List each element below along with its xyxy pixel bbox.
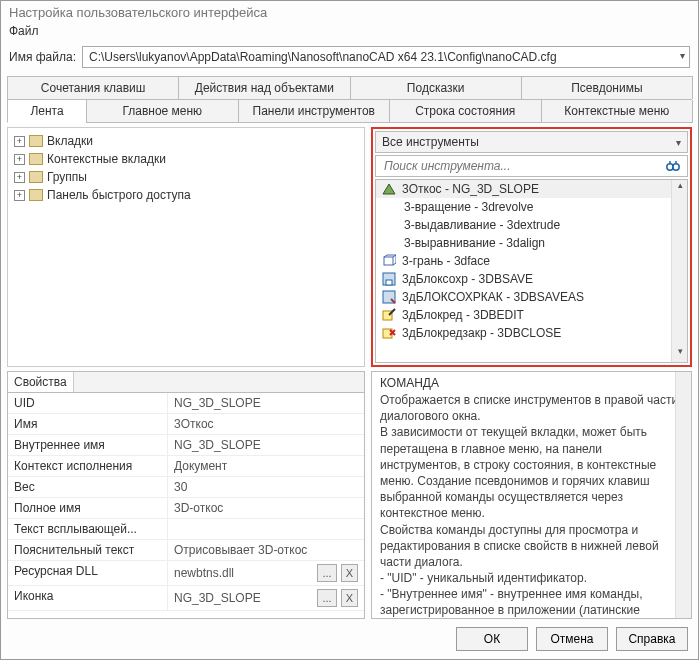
chevron-down-icon: ▾ xyxy=(680,50,685,61)
scroll-up-icon[interactable]: ▴ xyxy=(672,180,688,196)
tree-label: Группы xyxy=(47,170,87,184)
tool-item[interactable]: 3-грань - 3dface xyxy=(376,252,687,270)
menu-bar: Файл xyxy=(1,22,698,44)
scroll-down-icon[interactable]: ▾ xyxy=(672,346,688,362)
folder-icon xyxy=(29,189,43,201)
svg-rect-2 xyxy=(384,257,393,265)
tab-aliases[interactable]: Псевдонимы xyxy=(521,76,693,99)
tree-node-qat[interactable]: + Панель быстрого доступа xyxy=(10,186,362,204)
ribbon-tree: + Вкладки + Контекстные вкладки + Группы… xyxy=(7,127,365,367)
prop-row-fullname[interactable]: Полное имя3D-откос xyxy=(8,498,364,519)
tree-label: Вкладки xyxy=(47,134,93,148)
tool-item[interactable]: 3дБлокред - 3DBEDIT xyxy=(376,306,687,324)
prop-row-explanation[interactable]: Пояснительный текстОтрисовывает 3D-откос xyxy=(8,540,364,561)
help-text: Отображается в списке инструментов в пра… xyxy=(380,392,683,619)
tools-list: 3Откос - NG_3D_SLOPE 3-вращение - 3drevo… xyxy=(375,179,688,363)
tool-label: 3-выравнивание - 3dalign xyxy=(404,236,545,250)
block-edit-icon xyxy=(382,308,396,322)
tool-label: 3дБлокред - 3DBEDIT xyxy=(402,308,524,322)
help-button[interactable]: Справка xyxy=(616,627,688,651)
slope-icon xyxy=(382,182,396,196)
block-close-icon xyxy=(382,326,396,340)
clear-button[interactable]: X xyxy=(341,564,358,582)
browse-button[interactable]: ... xyxy=(317,589,336,607)
tool-label: 3-грань - 3dface xyxy=(402,254,490,268)
tools-search-input[interactable] xyxy=(382,158,665,174)
tab-object-actions[interactable]: Действия над объектами xyxy=(178,76,350,99)
block-save-icon xyxy=(382,272,396,286)
tab-context-menus[interactable]: Контекстные меню xyxy=(541,100,694,123)
tree-node-context-tabs[interactable]: + Контекстные вкладки xyxy=(10,150,362,168)
prop-row-name[interactable]: Имя3Откос xyxy=(8,414,364,435)
tab-ribbon[interactable]: Лента xyxy=(7,100,87,123)
prop-row-weight[interactable]: Вес30 xyxy=(8,477,364,498)
prop-row-internal-name[interactable]: Внутреннее имяNG_3D_SLOPE xyxy=(8,435,364,456)
tool-item[interactable]: 3дБлокредзакр - 3DBCLOSE xyxy=(376,324,687,342)
prop-row-context[interactable]: Контекст исполненияДокумент xyxy=(8,456,364,477)
tree-node-tabs[interactable]: + Вкладки xyxy=(10,132,362,150)
cancel-button[interactable]: Отмена xyxy=(536,627,608,651)
prop-row-tooltip[interactable]: Текст всплывающей... xyxy=(8,519,364,540)
properties-grid: UIDNG_3D_SLOPE Имя3Откос Внутреннее имяN… xyxy=(7,392,365,619)
browse-button[interactable]: ... xyxy=(317,564,336,582)
dialog-window: Настройка пользовательского интерфейса Ф… xyxy=(0,0,699,660)
tool-item[interactable]: 3дБлоксохр - 3DBSAVE xyxy=(376,270,687,288)
tools-filter-value: Все инструменты xyxy=(382,135,479,149)
tab-hints[interactable]: Подсказки xyxy=(350,76,522,99)
tool-item[interactable]: 3дБЛОКСОХРКАК - 3DBSAVEAS xyxy=(376,288,687,306)
tab-toolbars[interactable]: Панели инструментов xyxy=(238,100,391,123)
ok-button[interactable]: ОК xyxy=(456,627,528,651)
plus-icon[interactable]: + xyxy=(14,190,25,201)
tool-label: 3дБЛОКСОХРКАК - 3DBSAVEAS xyxy=(402,290,584,304)
clear-button[interactable]: X xyxy=(341,589,358,607)
dialog-title: Настройка пользовательского интерфейса xyxy=(1,1,698,22)
plus-icon[interactable]: + xyxy=(14,154,25,165)
tools-panel: Все инструменты ▾ 3Откос - NG_3D_SLOPE 3… xyxy=(371,127,692,367)
chevron-down-icon: ▾ xyxy=(676,137,681,148)
help-panel: КОМАНДА Отображается в списке инструмент… xyxy=(371,371,692,619)
tools-search-row xyxy=(375,155,688,177)
tree-node-groups[interactable]: + Группы xyxy=(10,168,362,186)
dialog-buttons: ОК Отмена Справка xyxy=(1,619,698,659)
tool-item[interactable]: 3-вращение - 3drevolve xyxy=(376,198,687,216)
tool-label: 3дБлоксохр - 3DBSAVE xyxy=(402,272,533,286)
folder-icon xyxy=(29,153,43,165)
plus-icon[interactable]: + xyxy=(14,172,25,183)
scrollbar[interactable]: ▴▾ xyxy=(671,180,687,362)
tool-label: 3дБлокредзакр - 3DBCLOSE xyxy=(402,326,561,340)
tree-label: Панель быстрого доступа xyxy=(47,188,191,202)
prop-row-icon[interactable]: Иконка NG_3D_SLOPE ... X xyxy=(8,586,364,611)
folder-icon xyxy=(29,171,43,183)
tab-statusbar[interactable]: Строка состояния xyxy=(389,100,542,123)
tool-label: 3Откос - NG_3D_SLOPE xyxy=(402,182,539,196)
folder-icon xyxy=(29,135,43,147)
tab-main-menu[interactable]: Главное меню xyxy=(86,100,239,123)
tabs-upper: Сочетания клавиш Действия над объектами … xyxy=(7,76,692,100)
file-path-combo[interactable]: C:\Users\lukyanov\AppData\Roaming\Nanoso… xyxy=(82,46,690,68)
properties-title: Свойства xyxy=(8,372,74,392)
tab-shortcuts[interactable]: Сочетания клавиш xyxy=(7,76,179,99)
file-row: Имя файла: C:\Users\lukyanov\AppData\Roa… xyxy=(1,44,698,76)
file-path-value: C:\Users\lukyanov\AppData\Roaming\Nanoso… xyxy=(89,50,557,64)
tool-item[interactable]: 3-выравнивание - 3dalign xyxy=(376,234,687,252)
tool-item[interactable]: 3Откос - NG_3D_SLOPE xyxy=(376,180,687,198)
tabs-lower: Лента Главное меню Панели инструментов С… xyxy=(7,100,692,123)
plus-icon[interactable]: + xyxy=(14,136,25,147)
file-label: Имя файла: xyxy=(9,50,76,64)
prop-row-dll[interactable]: Ресурсная DLL newbtns.dll ... X xyxy=(8,561,364,586)
tool-item[interactable]: 3-выдавливание - 3dextrude xyxy=(376,216,687,234)
face-icon xyxy=(382,254,396,268)
binoculars-icon[interactable] xyxy=(665,158,681,174)
prop-row-uid[interactable]: UIDNG_3D_SLOPE xyxy=(8,393,364,414)
scrollbar[interactable] xyxy=(675,372,691,618)
tools-filter-combo[interactable]: Все инструменты ▾ xyxy=(375,131,688,153)
svg-rect-4 xyxy=(386,280,392,285)
menu-file[interactable]: Файл xyxy=(9,24,39,38)
help-title: КОМАНДА xyxy=(380,376,683,390)
tool-label: 3-вращение - 3drevolve xyxy=(404,200,534,214)
tree-label: Контекстные вкладки xyxy=(47,152,166,166)
block-saveas-icon xyxy=(382,290,396,304)
tool-label: 3-выдавливание - 3dextrude xyxy=(404,218,560,232)
properties-panel: Свойства UIDNG_3D_SLOPE Имя3Откос Внутре… xyxy=(7,371,365,619)
